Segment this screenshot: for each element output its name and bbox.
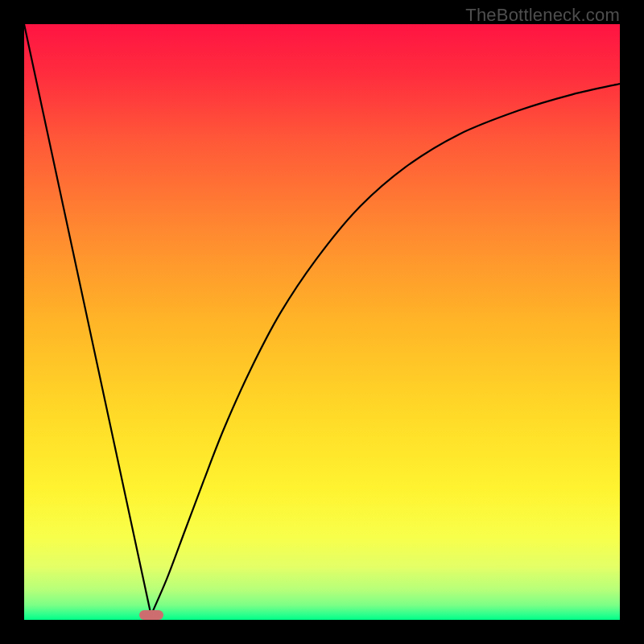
minimum-marker bbox=[139, 610, 163, 620]
watermark-text: TheBottleneck.com bbox=[465, 5, 620, 26]
plot-area bbox=[24, 24, 620, 620]
left-branch-line bbox=[24, 24, 151, 615]
chart-curves bbox=[24, 24, 620, 620]
right-branch-line bbox=[151, 84, 620, 615]
chart-frame: TheBottleneck.com bbox=[0, 0, 644, 644]
